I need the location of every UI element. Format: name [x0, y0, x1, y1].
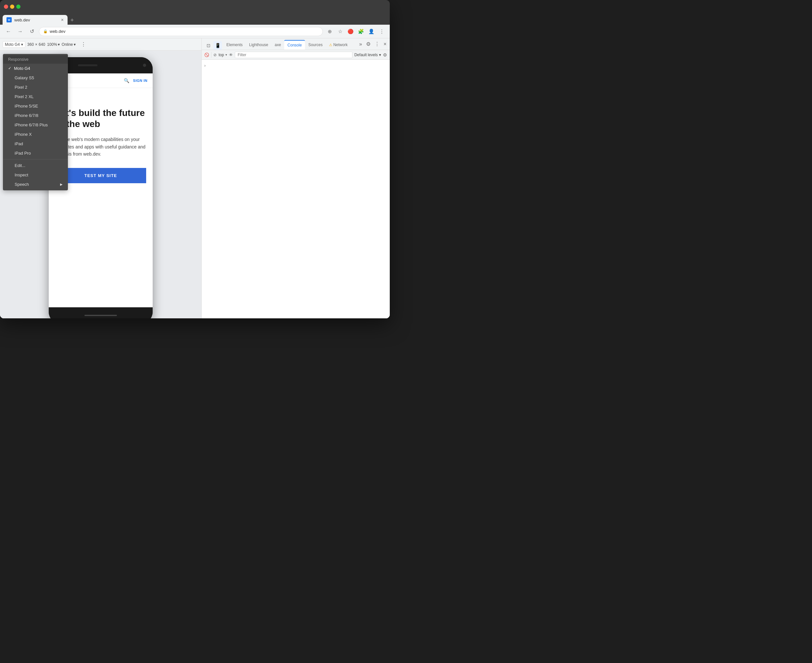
connectivity-arrow: ▾: [74, 42, 76, 47]
window-chrome: w web.dev × + ← → ↺ 🔒 web.dev ⊕ ☆ 🔴 🧩 👤 …: [0, 0, 390, 319]
extension-icon[interactable]: 🔴: [346, 27, 355, 36]
devtools-close-button[interactable]: ×: [382, 41, 389, 47]
console-gear-icon[interactable]: ⚙: [383, 52, 387, 58]
tab-title: web.dev: [14, 18, 30, 23]
eye-icon[interactable]: 👁: [229, 53, 233, 57]
phone-speaker: [78, 64, 97, 66]
add-bookmark-button[interactable]: ⊕: [326, 27, 334, 36]
lock-icon: 🔒: [43, 29, 48, 34]
account-button[interactable]: 👤: [367, 27, 376, 36]
connectivity-value: Online: [62, 42, 73, 47]
dropdown-item-iphone678[interactable]: iPhone 6/7/8: [3, 111, 68, 120]
reload-button[interactable]: ↺: [27, 27, 36, 36]
network-warning-icon: ⚠: [329, 43, 332, 47]
viewport-width: 360: [27, 42, 34, 47]
devtools-console-bar: 🚫 ⊘ top ▾ 👁 Default levels ▾ ⚙: [202, 50, 390, 60]
phone-bottom-bar: [49, 307, 153, 319]
console-stop-icon[interactable]: ⊘: [213, 53, 216, 57]
tab-console[interactable]: Console: [284, 40, 305, 50]
devtools-tabs-overflow[interactable]: »: [357, 41, 364, 47]
context-selector[interactable]: top ▾: [219, 53, 227, 57]
more-button[interactable]: ⋮: [378, 27, 386, 36]
device-selector[interactable]: Moto G4 ▾ Responsive Moto G4 Galaxy S5 P…: [3, 41, 25, 48]
zoom-selector[interactable]: 100% ▾: [47, 42, 60, 47]
console-filter-input[interactable]: [235, 52, 352, 58]
devtools-settings-button[interactable]: ⚙: [364, 41, 373, 47]
device-dropdown-menu: Responsive Moto G4 Galaxy S5 Pixel 2 Pix…: [3, 54, 68, 190]
dropdown-item-edit[interactable]: Edit...: [3, 161, 68, 170]
site-header-actions: 🔍 SIGN IN: [124, 78, 147, 83]
dropdown-item-ipadpro[interactable]: iPad Pro: [3, 149, 68, 158]
dropdown-item-moto-g4[interactable]: Moto G4: [3, 64, 68, 73]
tab-elements[interactable]: Elements: [223, 40, 246, 50]
device-toolbar: Moto G4 ▾ Responsive Moto G4 Galaxy S5 P…: [0, 38, 201, 51]
address-bar: ← → ↺ 🔒 web.dev ⊕ ☆ 🔴 🧩 👤 ⋮: [0, 25, 390, 38]
close-button[interactable]: [4, 5, 8, 9]
tab-close-button[interactable]: ×: [61, 17, 64, 23]
url-bar[interactable]: 🔒 web.dev: [39, 27, 323, 36]
log-level-label: Default levels: [354, 53, 378, 57]
console-divider-1: [211, 52, 211, 58]
minimize-button[interactable]: [10, 5, 14, 9]
search-icon[interactable]: 🔍: [124, 78, 129, 83]
dropdown-item-speech[interactable]: Speech: [3, 179, 68, 189]
dimension-display: 360 × 640: [27, 42, 45, 47]
device-toolbar-options[interactable]: ⋮: [79, 40, 88, 49]
console-prompt-chevron[interactable]: ›: [204, 63, 206, 68]
traffic-lights: [4, 5, 21, 9]
viewport-height: 640: [39, 42, 45, 47]
test-my-site-button[interactable]: TEST MY SITE: [55, 168, 146, 183]
log-level-arrow: ▾: [379, 53, 381, 57]
url-text: web.dev: [50, 29, 65, 34]
tab-bar: w web.dev × +: [0, 13, 390, 25]
context-label: top: [219, 53, 224, 57]
new-tab-button[interactable]: +: [68, 16, 77, 25]
device-dropdown-arrow: ▾: [21, 42, 23, 47]
log-level-selector[interactable]: Default levels ▾: [354, 53, 381, 57]
dropdown-item-galaxy-s5[interactable]: Galaxy S5: [3, 73, 68, 82]
dropdown-item-iphonex[interactable]: iPhone X: [3, 129, 68, 139]
browser-viewport: Moto G4 ▾ Responsive Moto G4 Galaxy S5 P…: [0, 38, 201, 319]
active-tab[interactable]: w web.dev ×: [3, 15, 68, 25]
address-bar-actions: ⊕ ☆ 🔴 🧩 👤 ⋮: [326, 27, 386, 36]
dropdown-item-pixel2xl[interactable]: Pixel 2 XL: [3, 92, 68, 101]
tab-sources[interactable]: Sources: [305, 40, 326, 50]
dropdown-item-inspect[interactable]: Inspect: [3, 170, 68, 179]
dropdown-item-ipad[interactable]: iPad: [3, 139, 68, 149]
fullscreen-button[interactable]: [16, 5, 21, 9]
zoom-value: 100%: [47, 42, 57, 47]
hero-title: Let's build the future of the web: [55, 108, 146, 129]
puzzle-icon[interactable]: 🧩: [357, 27, 365, 36]
devtools-icons-left: ⊡ 📱: [203, 41, 223, 50]
dropdown-header: Responsive: [3, 55, 68, 64]
tab-network[interactable]: ⚠ Network: [326, 40, 351, 50]
title-bar: [0, 0, 390, 13]
tab-lighthouse[interactable]: Lighthouse: [246, 40, 271, 50]
device-name: Moto G4: [5, 42, 20, 47]
main-area: Moto G4 ▾ Responsive Moto G4 Galaxy S5 P…: [0, 38, 390, 319]
devtools-tabs: ⊡ 📱 Elements Lighthouse axe Console Sour…: [202, 38, 390, 50]
phone-camera: [143, 64, 146, 67]
bookmark-button[interactable]: ☆: [336, 27, 344, 36]
dropdown-item-iphone678plus[interactable]: iPhone 6/7/8 Plus: [3, 120, 68, 129]
dropdown-item-pixel2[interactable]: Pixel 2: [3, 82, 68, 92]
devtools-more-button[interactable]: ⋮: [373, 41, 382, 47]
sign-in-button[interactable]: SIGN IN: [133, 79, 147, 82]
tab-axe[interactable]: axe: [271, 40, 284, 50]
responsive-mode-button[interactable]: 📱: [213, 41, 222, 50]
connectivity-selector[interactable]: Online ▾: [62, 42, 76, 47]
dimension-separator: ×: [35, 42, 37, 47]
dropdown-divider-1: [3, 159, 68, 160]
tab-favicon: w: [6, 17, 12, 23]
dropdown-item-iphone5se[interactable]: iPhone 5/SE: [3, 101, 68, 111]
devtools-panel: ⊡ 📱 Elements Lighthouse axe Console Sour…: [201, 38, 390, 319]
devtools-content: ›: [202, 60, 390, 319]
phone-home-indicator: [84, 315, 117, 316]
console-ban-icon[interactable]: 🚫: [204, 53, 209, 57]
hero-description: Get the web's modern capabilities on you…: [55, 136, 146, 158]
zoom-arrow: ▾: [58, 42, 60, 47]
back-button[interactable]: ←: [4, 27, 13, 36]
devtools-toggle-button[interactable]: ⊡: [204, 41, 213, 50]
context-dropdown-arrow: ▾: [225, 53, 227, 57]
forward-button[interactable]: →: [16, 27, 25, 36]
